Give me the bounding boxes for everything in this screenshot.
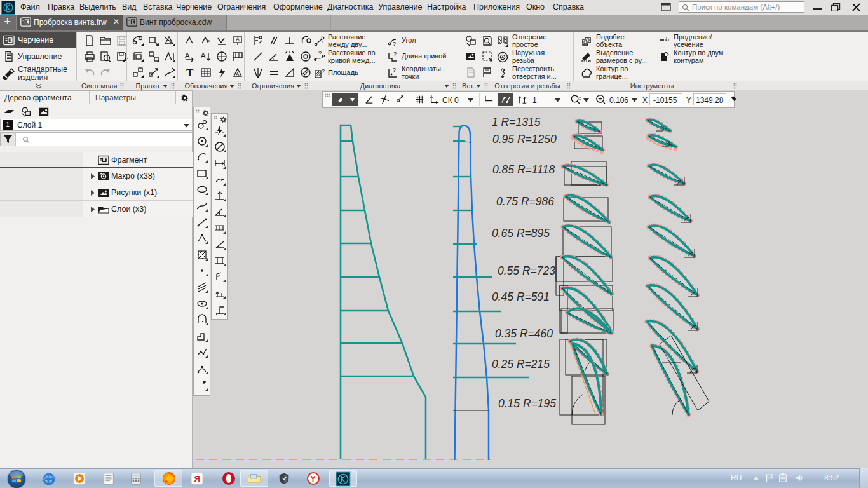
svg-text:E: E (207, 37, 210, 43)
svg-text:0.65 R=895: 0.65 R=895 (492, 227, 550, 240)
svg-text:?: ? (393, 51, 397, 57)
svg-text:1 R=1315: 1 R=1315 (492, 116, 541, 128)
svg-text:0.25 R=215: 0.25 R=215 (492, 358, 550, 370)
svg-text:?: ? (393, 41, 396, 47)
svg-text:?: ? (322, 68, 325, 74)
svg-text:0.55 R=723: 0.55 R=723 (498, 264, 555, 277)
svg-text:A: A (236, 36, 240, 43)
svg-text:A: A (236, 71, 240, 77)
svg-text:A: A (201, 51, 206, 59)
svg-text:Y: Y (311, 475, 316, 484)
svg-text:0.45 R=591: 0.45 R=591 (492, 290, 550, 303)
svg-text:A: A (185, 51, 190, 59)
svg-text:0.35 R=460: 0.35 R=460 (495, 327, 553, 340)
svg-text:0.95 R=1250: 0.95 R=1250 (492, 133, 557, 146)
svg-text:Я: Я (194, 474, 200, 484)
svg-text:T: T (186, 67, 194, 79)
svg-text:?: ? (393, 67, 396, 73)
svg-text:0.15 R=195: 0.15 R=195 (498, 397, 556, 410)
svg-text:°: ° (322, 41, 323, 46)
svg-text:0.85 R=1118: 0.85 R=1118 (492, 163, 555, 176)
svg-text:?: ? (318, 51, 322, 57)
svg-text:0.75 R=986: 0.75 R=986 (496, 195, 554, 208)
